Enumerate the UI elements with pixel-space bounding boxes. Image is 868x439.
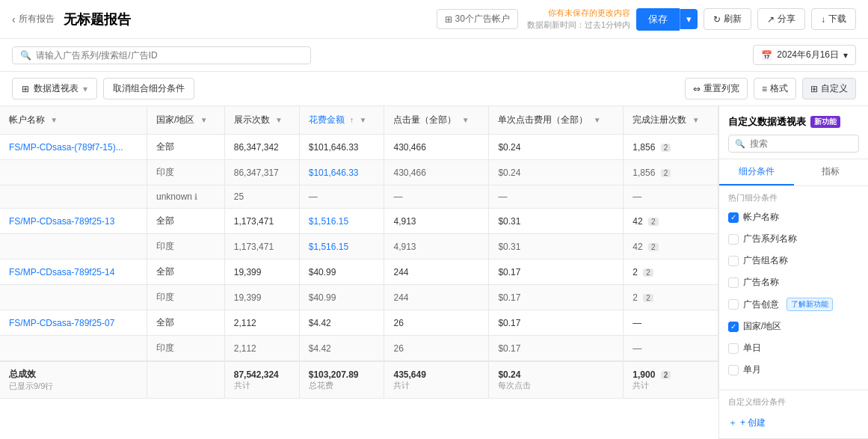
col-header-spend[interactable]: 花费金额 ↑ ▼ (299, 106, 384, 135)
checkbox-month[interactable] (728, 365, 739, 375)
cpc-cell: $0.31 (489, 209, 624, 234)
filter-item-country[interactable]: ✓ 国家/地区 (728, 319, 859, 334)
total-cpc-sub: 每次点击 (498, 380, 614, 391)
total-spend-cell: $103,207.89 总花费 (299, 361, 384, 399)
spend-cell: $1,516.15 (299, 234, 384, 260)
filter-item-day[interactable]: 单日 (728, 340, 859, 356)
col-header-cpc[interactable]: 单次点击费用（全部） ▼ (489, 106, 624, 135)
format-label: 格式 (770, 82, 788, 95)
account-cell-empty (0, 185, 147, 209)
col-header-clicks[interactable]: 点击量（全部） ▼ (384, 106, 489, 135)
new-feature-badge[interactable]: 了解新功能 (787, 298, 833, 311)
filter-label-creative: 广告创意 (743, 298, 779, 311)
account-cell: FS/MP-CDsasa-789f25-13 (0, 209, 147, 234)
filter-label-campaign: 广告系列名称 (743, 233, 797, 245)
tab-segmentation[interactable]: 细分条件 (719, 159, 794, 185)
account-cell-empty (0, 160, 147, 185)
add-filter-button[interactable]: ＋ + 创建 (728, 414, 859, 432)
total-row: 总成效 已显示9/9行 87,542,324 共计 $103,207.89 总花… (0, 361, 718, 399)
search-input[interactable] (36, 50, 303, 61)
impressions-cell: 19,399 (224, 285, 299, 310)
reset-label: 重置列宽 (704, 82, 739, 95)
unsaved-line2: 数据刷新时间：过去1分钟内 (527, 19, 630, 31)
data-table: 帐户名称 ▼ 国家/地区 ▼ 展示次数 ▼ 花费金额 (0, 106, 718, 399)
clicks-cell: 244 (384, 285, 489, 310)
reg-badge: 2 (661, 371, 671, 379)
checkbox-adname[interactable] (728, 277, 739, 288)
col-header-registrations[interactable]: 完成注册次数 ▼ (624, 106, 718, 135)
filter-item-adname[interactable]: 广告名称 (728, 274, 859, 290)
cpc-cell: $0.31 (489, 234, 624, 260)
hot-filters-section: 热门细分条件 ✓ 帐户名称 广告系列名称 广告组名称 广告名称 (719, 186, 868, 390)
custom-filter-section: 自定义细分条件 ＋ + 创建 (719, 390, 868, 438)
panel-search-box: 🔍 (728, 135, 859, 153)
country-cell: 印度 (147, 160, 224, 185)
filter-label-account: 帐户名称 (743, 211, 779, 224)
spend-cell: $40.99 (299, 285, 384, 310)
clicks-cell: 26 (384, 310, 489, 336)
share-button[interactable]: ↗ 分享 (757, 8, 805, 30)
country-cell: unknown ℹ (147, 185, 224, 209)
date-label: 2024年6月16日 (777, 49, 839, 61)
account-link[interactable]: FS/MP-CDsasa-789f25-07 (9, 318, 114, 328)
table-row: 印度 19,399 $40.99 244 $0.17 2 2 (0, 285, 718, 310)
impressions-cell: 19,399 (224, 260, 299, 285)
checkbox-campaign[interactable] (728, 234, 739, 245)
sort-icon-spend: ↑ (350, 116, 354, 124)
checkbox-adgroup[interactable] (728, 256, 739, 266)
tab-metrics[interactable]: 指标 (794, 159, 869, 185)
col-header-country[interactable]: 国家/地区 ▼ (147, 106, 224, 135)
back-button[interactable]: ‹ 所有报告 (12, 13, 55, 25)
download-button[interactable]: ↓ 下载 (811, 8, 856, 30)
filter-item-campaign[interactable]: 广告系列名称 (728, 231, 859, 247)
reset-columns-button[interactable]: ⇔ 重置列宽 (685, 78, 748, 99)
checkbox-country[interactable]: ✓ (728, 322, 739, 332)
country-cell: 印度 (147, 285, 224, 310)
calendar-icon: 📅 (761, 50, 772, 61)
registrations-cell: — (624, 310, 718, 336)
account-link[interactable]: FS/MP-CDsasa-(789f7-15)... (9, 142, 123, 153)
cpc-cell: $0.17 (489, 285, 624, 310)
checkbox-day[interactable] (728, 343, 739, 354)
registrations-cell: 42 2 (624, 209, 718, 234)
table-row: FS/MP-CDsasa-789f25-13 全部 1,173,471 $1,5… (0, 209, 718, 234)
panel-header: 自定义数据透视表 新功能 🔍 (719, 106, 868, 159)
custom-button[interactable]: ⊞ 自定义 (802, 78, 856, 99)
date-picker[interactable]: 📅 2024年6月16日 ▾ (753, 45, 856, 65)
account-link[interactable]: FS/MP-CDsasa-789f25-13 (9, 216, 114, 227)
sort-icon-impressions: ▼ (275, 116, 283, 124)
col-header-account[interactable]: 帐户名称 ▼ (0, 106, 147, 135)
refresh-button[interactable]: ↻ 刷新 (704, 8, 751, 30)
filter-item-account[interactable]: ✓ 帐户名称 (728, 209, 859, 225)
spend-cell: $4.42 (299, 310, 384, 336)
pivot-table-button[interactable]: ⊞ 数据透视表 ▾ (12, 78, 97, 99)
info-icon[interactable]: ℹ (194, 192, 197, 201)
filter-item-adgroup[interactable]: 广告组名称 (728, 253, 859, 268)
format-button[interactable]: ≡ 格式 (754, 78, 796, 99)
display-icon: ⊞ (445, 14, 452, 25)
checkbox-creative[interactable] (728, 299, 739, 310)
account-link[interactable]: FS/MP-CDsasa-789f25-14 (9, 267, 114, 277)
pivot-icon: ⊞ (22, 84, 29, 94)
new-badge: 新功能 (810, 116, 840, 128)
sort-icon-clicks: ▼ (462, 116, 470, 124)
right-panel: 自定义数据透视表 新功能 🔍 细分条件 指标 热门细分条件 (718, 106, 868, 439)
table-row: 印度 86,347,317 $101,646.33 430,466 $0.24 … (0, 160, 718, 185)
panel-search-input[interactable] (750, 138, 852, 149)
impressions-cell: 1,173,471 (224, 209, 299, 234)
save-dropdown-button[interactable]: ▾ (680, 9, 698, 29)
save-button[interactable]: 保存 (636, 8, 680, 31)
col-header-impressions[interactable]: 展示次数 ▼ (224, 106, 299, 135)
custom-icon: ⊞ (810, 84, 818, 94)
custom-label: 自定义 (821, 82, 848, 95)
registrations-cell: — (624, 185, 718, 209)
ad-accounts-selector[interactable]: ⊞ 30个广告帐户 (437, 9, 518, 29)
download-icon: ↓ (821, 14, 825, 25)
cancel-filter-button[interactable]: 取消组合细分条件 (103, 78, 194, 99)
filter-item-creative[interactable]: 广告创意 了解新功能 (728, 296, 859, 313)
sort-icon-registrations: ▼ (692, 116, 700, 124)
pivot-label: 数据透视表 (34, 82, 79, 95)
filter-item-month[interactable]: 单月 (728, 362, 859, 378)
reg-badge: 2 (661, 169, 671, 177)
checkbox-account[interactable]: ✓ (728, 212, 739, 223)
